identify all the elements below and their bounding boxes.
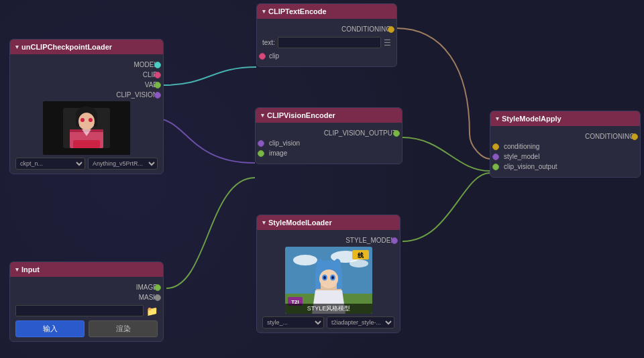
input-node: ▾ Input IMAGE MASK 📁 输入 渲染 [9, 261, 164, 342]
clip-text-field[interactable] [278, 37, 381, 48]
svg-point-14 [293, 255, 317, 265]
input-btn-right[interactable]: 渲染 [89, 320, 158, 337]
svg-text:线: 线 [356, 252, 364, 259]
clip-text-clip-in-port: clip [262, 52, 391, 60]
style-apply-model-in-port: style_model [496, 153, 635, 160]
style-apply-model-in-dot[interactable] [492, 154, 499, 160]
unclip-model-port: MODEL [15, 61, 158, 68]
unclip-clip-dot[interactable] [154, 72, 161, 78]
clip-text-icon: ☰ [384, 38, 391, 48]
input-path-row: 📁 [15, 305, 158, 316]
svg-point-28 [331, 276, 334, 280]
clip-text-title: CLIPTextEncode [268, 7, 327, 15]
unclip-clip-port: CLIP [15, 71, 158, 78]
clip-vision-output-label: CLIP_VISION_OUTPUT [324, 129, 396, 137]
style-model-loader-node: ▾ StyleModelLoader STYLE_MODEL [256, 215, 400, 333]
input-image-port: IMAGE [15, 284, 158, 291]
svg-point-16 [350, 259, 368, 267]
clip-text-conditioning-dot[interactable] [388, 26, 394, 33]
style-model-apply-node: ▾ StyleModelApply CONDITIONING condition… [490, 111, 641, 178]
clip-vision-body: CLIP_VISION_OUTPUT clip_vision image [256, 123, 402, 164]
input-mask-port: MASK [15, 294, 158, 301]
style-loader-title: StyleModelLoader [268, 219, 332, 227]
style-apply-header: ▾ StyleModelApply [490, 111, 640, 126]
unclip-model-select[interactable]: Anything_v5PrtR... [88, 158, 158, 170]
style-loader-body: STYLE_MODEL [257, 230, 400, 333]
clip-vision-title: CLIPVisionEncoder [267, 111, 335, 119]
clip-vision-chevron[interactable]: ▾ [261, 112, 264, 119]
unclip-dropdowns: ckpt_n... Anything_v5PrtR... [15, 158, 158, 170]
style-apply-body: CONDITIONING conditioning style_model cl… [490, 126, 640, 177]
clip-text-body: CONDITIONING text: ☰ clip [257, 19, 396, 66]
clip-text-label: text: [262, 39, 275, 46]
unclip-model-dot[interactable] [154, 62, 161, 68]
style-apply-cond-out-dot[interactable] [631, 133, 638, 140]
clip-vision-image-in-port: image [261, 150, 396, 157]
input-chevron[interactable]: ▾ [15, 266, 19, 273]
style-loader-select1[interactable]: style_... [262, 316, 324, 329]
style-apply-cond-in-port: conditioning [496, 143, 635, 150]
unclip-chevron[interactable]: ▾ [15, 44, 19, 50]
svg-point-8 [80, 118, 85, 122]
input-folder-icon: 📁 [146, 306, 158, 316]
clip-vision-clip-in-label: clip_vision [269, 139, 300, 147]
svg-point-7 [78, 113, 95, 130]
svg-point-23 [334, 259, 341, 270]
style-loader-out-label: STYLE_MODEL [345, 237, 394, 244]
style-apply-model-in-label: style_model [504, 153, 539, 160]
input-body: IMAGE MASK 📁 输入 渲染 [10, 277, 163, 341]
input-title: Input [21, 265, 40, 274]
style-apply-clip-vision-in-port: clip_vision_output [496, 163, 635, 170]
style-apply-chevron[interactable]: ▾ [496, 115, 499, 122]
clip-text-clip-in-label: clip [269, 52, 279, 60]
unclip-body: MODEL CLIP VAE CLIP_VISION [10, 54, 163, 174]
input-image-dot[interactable] [154, 284, 161, 291]
clip-vision-encoder-node: ▾ CLIPVisionEncoder CLIP_VISION_OUTPUT c… [255, 107, 402, 164]
style-apply-clip-vision-in-dot[interactable] [492, 164, 499, 170]
clip-text-conditioning-label: CONDITIONING [341, 25, 391, 33]
style-loader-chevron[interactable]: ▾ [262, 219, 266, 226]
clip-vision-output-port: CLIP_VISION_OUTPUT [261, 129, 396, 137]
unclip-preview-image [43, 101, 130, 155]
unclip-title: unCLIPCheckpointLoader [21, 43, 112, 51]
clip-text-clip-in-dot[interactable] [259, 53, 266, 60]
style-apply-cond-out-label: CONDITIONING [585, 133, 635, 140]
clip-text-conditioning-port: CONDITIONING [262, 25, 391, 33]
clip-text-input-row: text: ☰ [262, 37, 391, 48]
style-apply-cond-in-label: conditioning [504, 143, 539, 150]
input-btn-row: 输入 渲染 [15, 320, 158, 337]
clip-text-header: ▾ CLIPTextEncode [257, 4, 396, 19]
svg-point-27 [323, 276, 326, 280]
unclip-ckpt-select[interactable]: ckpt_n... [15, 158, 85, 170]
clip-vision-clip-in-dot[interactable] [258, 140, 264, 147]
style-apply-title: StyleModelApply [502, 115, 561, 123]
unclip-vae-port: VAE [15, 81, 158, 88]
unclip-checkpoint-loader-node: ▾ unCLIPCheckpointLoader MODEL CLIP VAE … [9, 39, 164, 174]
unclip-header: ▾ unCLIPCheckpointLoader [10, 40, 163, 54]
style-loader-out-port: STYLE_MODEL [262, 237, 394, 244]
style-apply-clip-vision-in-label: clip_vision_output [504, 163, 557, 170]
unclip-clip-vision-port: CLIP_VISION [15, 91, 158, 99]
style-apply-cond-in-dot[interactable] [492, 143, 499, 150]
style-loader-select2[interactable]: t2iadapter_style-... [327, 316, 394, 329]
svg-point-22 [317, 259, 323, 270]
svg-point-24 [319, 270, 338, 288]
input-path-field[interactable] [15, 305, 144, 316]
unclip-vae-dot[interactable] [154, 82, 161, 88]
clip-vision-header: ▾ CLIPVisionEncoder [256, 108, 402, 123]
clip-text-encode-node: ▾ CLIPTextEncode CONDITIONING text: ☰ cl… [256, 3, 397, 67]
unclip-clip-vision-label: CLIP_VISION [116, 91, 158, 99]
svg-point-9 [89, 118, 93, 122]
clip-vision-image-in-label: image [269, 150, 287, 157]
unclip-clip-vision-dot[interactable] [154, 92, 161, 99]
input-btn-left[interactable]: 输入 [15, 320, 85, 337]
style-loader-header: ▾ StyleModelLoader [257, 215, 400, 230]
input-mask-dot[interactable] [154, 294, 161, 301]
clip-text-chevron[interactable]: ▾ [262, 8, 266, 15]
clip-vision-output-dot[interactable] [393, 130, 400, 137]
svg-text:STYLE风格模型: STYLE风格模型 [307, 305, 350, 312]
clip-vision-clip-in-port: clip_vision [261, 139, 396, 147]
style-loader-out-dot[interactable] [391, 237, 398, 244]
style-apply-cond-out-port: CONDITIONING [496, 133, 635, 140]
clip-vision-image-in-dot[interactable] [258, 150, 264, 157]
